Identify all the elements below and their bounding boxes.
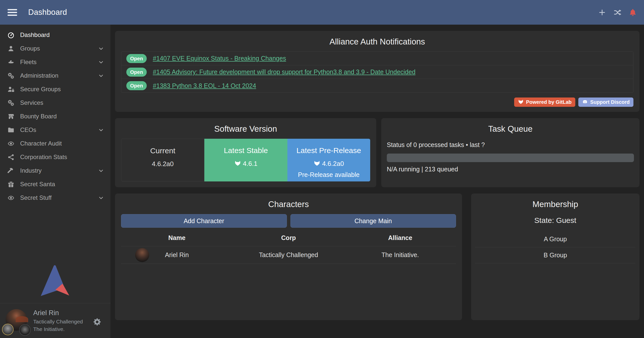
sidebar-item-label: Groups: [20, 45, 40, 52]
chevron-down-icon: [98, 127, 104, 133]
notification-row: Open#1405 Advisory: Future development w…: [121, 65, 633, 79]
chevron-down-icon: [98, 73, 104, 79]
task-queue-title: Task Queue: [381, 124, 639, 134]
sidebar: DashboardGroupsFleetsAdministrationSecur…: [0, 25, 110, 338]
version-value: 4.6.2a0: [287, 160, 370, 168]
sidebar-item-label: Corporation Stats: [20, 154, 67, 161]
version-column-label: Latest Stable: [204, 146, 287, 155]
version-column-latest-stable: Latest Stable4.6.1: [204, 139, 287, 181]
column-header-name: Name: [121, 229, 233, 246]
notification-row: Open#1383 Python 3.8 EOL - 14 Oct 2024: [121, 79, 633, 92]
version-column-current: Current4.6.2a0: [121, 139, 204, 181]
sidebar-item-bounty-board[interactable]: Bounty Board: [0, 110, 110, 123]
sidebar-item-secret-santa[interactable]: Secret Santa: [0, 177, 110, 191]
version-column-latest-pre-release: Latest Pre-Release4.6.2a0Pre-Release ava…: [287, 139, 370, 181]
notifications-list: Open#1407 EVE Equinox Status - Breaking …: [121, 52, 633, 93]
open-status-badge: Open: [126, 54, 147, 63]
notifications-title: Alliance Auth Notifications: [115, 37, 639, 46]
discord-icon: [582, 99, 588, 105]
membership-groups-list: A GroupB Group: [475, 231, 635, 263]
user-corp: Tactically Challenged: [33, 319, 83, 325]
user-icon: [8, 45, 15, 52]
characters-panel: Characters Add CharacterChange Main Name…: [115, 194, 462, 320]
task-queue-caption: N/A running | 213 queued: [387, 166, 634, 173]
user-lock-icon: [8, 86, 15, 93]
sidebar-item-label: Secret Santa: [20, 181, 55, 188]
character-alliance: The Initiative.: [344, 246, 456, 264]
sidebar-item-administration[interactable]: Administration: [0, 69, 110, 82]
character-corp: Tactically Challenged: [233, 246, 345, 264]
navbar-actions: [598, 8, 637, 17]
bell-icon[interactable]: [629, 8, 637, 17]
chevron-down-icon: [98, 168, 104, 174]
sidebar-item-corporation-stats[interactable]: Corporation Stats: [0, 150, 110, 164]
task-queue-status: Status of 0 processed tasks • last ?: [387, 141, 634, 149]
version-value: 4.6.2a0: [121, 160, 204, 168]
membership-group-item: B Group: [475, 247, 635, 263]
version-column-label: Current: [121, 147, 204, 155]
user-name: Ariel Rin: [33, 309, 59, 317]
membership-group-item: A Group: [475, 231, 635, 247]
gift-icon: [8, 181, 15, 188]
version-column-label: Latest Pre-Release: [287, 146, 370, 155]
user-alliance: The Initiative.: [33, 326, 65, 332]
gauge-icon: [8, 32, 15, 38]
sidebar-item-ceos[interactable]: CEOs: [0, 123, 110, 137]
column-header-corp: Corp: [233, 229, 345, 246]
badge-label: Support Discord: [590, 99, 630, 105]
gitlab-icon: [234, 161, 241, 167]
chevron-down-icon: [98, 59, 104, 65]
sidebar-item-secure-groups[interactable]: Secure Groups: [0, 82, 110, 96]
sidebar-item-label: Character Audit: [20, 140, 62, 147]
notifications-footer-badges: Powered by GitLabSupport Discord: [514, 98, 633, 107]
sidebar-item-label: Secure Groups: [20, 86, 61, 93]
task-queue-progress-bar: [387, 154, 634, 162]
user-settings-gear-icon[interactable]: [93, 318, 101, 326]
chevron-down-icon: [98, 195, 104, 201]
alliance-auth-logo: [41, 265, 70, 297]
sidebar-item-fleets[interactable]: Fleets: [0, 55, 110, 69]
sidebar-item-label: CEOs: [20, 126, 36, 133]
discord-badge[interactable]: Support Discord: [578, 98, 633, 107]
membership-title: Membership: [471, 200, 639, 209]
gitlab-badge[interactable]: Powered by GitLab: [514, 98, 575, 107]
notification-link[interactable]: #1383 Python 3.8 EOL - 14 Oct 2024: [153, 82, 256, 89]
version-note: Pre-Release available: [287, 171, 370, 178]
sidebar-item-secret-stuff[interactable]: Secret Stuff: [0, 191, 110, 205]
characters-table: NameCorpAlliance Ariel RinTactically Cha…: [121, 229, 456, 264]
version-value: 4.6.1: [204, 160, 287, 168]
sidebar-item-label: Industry: [20, 167, 42, 174]
open-status-badge: Open: [126, 81, 147, 90]
user-alliance-logo: [19, 324, 31, 336]
sidebar-item-dashboard[interactable]: Dashboard: [0, 28, 110, 42]
sidebar-item-groups[interactable]: Groups: [0, 42, 110, 55]
gears-icon: [8, 100, 15, 106]
notification-link[interactable]: #1407 EVE Equinox Status - Breaking Chan…: [153, 55, 286, 62]
alliance-auth-notifications-panel: Alliance Auth Notifications Open#1407 EV…: [115, 31, 639, 112]
sidebar-item-label: Administration: [20, 72, 58, 79]
plus-icon[interactable]: [598, 8, 606, 17]
shuffle-icon[interactable]: [613, 8, 622, 17]
hamburger-menu-icon[interactable]: [8, 8, 17, 17]
characters-buttons: Add CharacterChange Main: [121, 214, 456, 228]
sidebar-item-industry[interactable]: Industry: [0, 164, 110, 177]
sidebar-item-character-audit[interactable]: Character Audit: [0, 137, 110, 150]
eye-icon: [8, 195, 15, 201]
open-status-badge: Open: [126, 68, 147, 77]
sidebar-item-label: Dashboard: [20, 31, 50, 38]
software-version-columns: Current4.6.2a0Latest Stable4.6.1Latest P…: [121, 139, 370, 181]
membership-state: State: Guest: [471, 216, 639, 225]
change-main-button[interactable]: Change Main: [290, 214, 456, 228]
membership-panel: Membership State: Guest A GroupB Group: [471, 194, 639, 320]
software-version-title: Software Version: [115, 124, 376, 134]
sidebar-item-services[interactable]: Services: [0, 96, 110, 110]
character-row: Ariel RinTactically ChallengedThe Initia…: [121, 246, 456, 264]
characters-title: Characters: [115, 200, 462, 209]
rocket-icon: [8, 59, 15, 66]
notification-link[interactable]: #1405 Advisory: Future development will …: [153, 68, 415, 76]
eye-icon: [8, 140, 15, 147]
add-character-button[interactable]: Add Character: [121, 214, 287, 228]
software-version-panel: Software Version Current4.6.2a0Latest St…: [115, 118, 376, 187]
sidebar-item-label: Secret Stuff: [20, 194, 52, 201]
folder-icon: [8, 127, 15, 133]
